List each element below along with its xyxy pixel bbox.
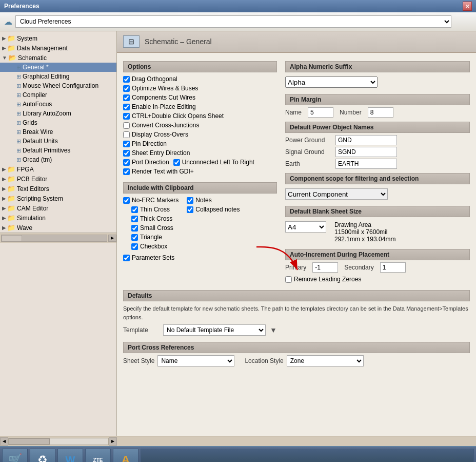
parameter-sets-checkbox[interactable] bbox=[123, 255, 130, 261]
optimize-wires-row: Optimize Wires & Buses bbox=[123, 84, 277, 93]
signal-ground-input[interactable] bbox=[335, 147, 397, 157]
triangle-checkbox[interactable] bbox=[131, 234, 138, 241]
parameter-sets-label: Parameter Sets bbox=[132, 254, 174, 261]
power-ground-input[interactable] bbox=[335, 135, 397, 145]
render-text-checkbox[interactable] bbox=[123, 168, 130, 175]
convert-cross-checkbox[interactable] bbox=[123, 122, 130, 129]
item-icon: ⊞ bbox=[16, 110, 21, 117]
taskbar-btn-shop[interactable]: 🛒 bbox=[2, 449, 28, 462]
thin-cross-checkbox[interactable] bbox=[131, 206, 138, 213]
alpha-suffix-select[interactable]: Alpha Numeric bbox=[285, 76, 378, 88]
sheet-entry-checkbox[interactable] bbox=[123, 150, 130, 157]
primary-input[interactable] bbox=[312, 262, 338, 273]
pin-direction-label: Pin Direction bbox=[132, 140, 167, 147]
signal-ground-row: Signal Ground bbox=[285, 147, 470, 157]
template-row: Template No Default Template File ▼ bbox=[123, 324, 470, 336]
sidebar-item-schematic[interactable]: ▼ 📂 Schematic bbox=[0, 53, 116, 63]
signal-ground-label: Signal Ground bbox=[285, 148, 331, 156]
sidebar-item-graphical-editing[interactable]: ⊞ Graphical Editing bbox=[0, 72, 116, 81]
sidebar-item-fpga[interactable]: ▶ 📁 FPGA bbox=[0, 164, 116, 174]
earth-input[interactable] bbox=[335, 159, 397, 169]
no-erc-row: No-ERC Markers bbox=[123, 196, 179, 205]
sidebar-item-simulation[interactable]: ▶ 📁 Simulation bbox=[0, 213, 116, 223]
no-erc-checkbox[interactable] bbox=[123, 197, 130, 204]
sidebar: ▶ 📁 System ▶ 📁 Data Management ▼ 📂 Schem… bbox=[0, 31, 117, 436]
optimize-wires-checkbox[interactable] bbox=[123, 85, 130, 92]
sidebar-label: AutoFocus bbox=[23, 101, 52, 108]
number-input[interactable] bbox=[368, 107, 393, 118]
scroll-left-btn[interactable]: ◀ bbox=[0, 437, 8, 446]
small-cross-checkbox[interactable] bbox=[131, 225, 138, 232]
defaults-section-title: Defaults bbox=[123, 290, 470, 301]
scroll-right-btn[interactable]: ▶ bbox=[109, 437, 117, 446]
main-two-col: Options Drag Orthogonal Optimize Wires &… bbox=[123, 57, 470, 284]
drag-orthogonal-checkbox[interactable] bbox=[123, 76, 130, 83]
sidebar-item-default-units[interactable]: ⊞ Default Units bbox=[0, 137, 116, 146]
display-crossovers-checkbox[interactable] bbox=[123, 131, 130, 138]
sidebar-item-scripting-system[interactable]: ▶ 📁 Scripting System bbox=[0, 194, 116, 203]
sidebar-item-library-autozoom[interactable]: ⊞ Library AutoZoom bbox=[0, 109, 116, 118]
sidebar-item-general[interactable]: ⊞ General * bbox=[0, 63, 116, 72]
sidebar-label: CAM Editor bbox=[17, 205, 48, 212]
sidebar-item-system[interactable]: ▶ 📁 System bbox=[0, 33, 116, 43]
close-button[interactable]: ✕ bbox=[463, 2, 472, 11]
cloud-preferences-select[interactable]: Cloud Preferences bbox=[15, 15, 451, 28]
sidebar-item-wave[interactable]: ▶ 📁 Wave bbox=[0, 223, 116, 233]
unconnected-checkbox[interactable] bbox=[173, 159, 180, 166]
remove-leading-zeroes-checkbox[interactable] bbox=[285, 276, 292, 283]
unconnected-row: Unconnected Left To Right bbox=[173, 158, 254, 167]
folder-icon: 📁 bbox=[7, 175, 15, 183]
sidebar-item-data-management[interactable]: ▶ 📁 Data Management bbox=[0, 43, 116, 53]
ctrl-double-checkbox[interactable] bbox=[123, 113, 130, 120]
components-cut-label: Components Cut Wires bbox=[132, 94, 195, 101]
template-select[interactable]: No Default Template File bbox=[163, 324, 266, 336]
component-scope-select[interactable]: Current Component All Components bbox=[285, 188, 388, 200]
port-direction-checkbox[interactable] bbox=[123, 159, 130, 166]
scrollbar-thumb[interactable] bbox=[9, 438, 50, 445]
sidebar-label: Graphical Editing bbox=[23, 73, 69, 80]
scrollbar-track[interactable] bbox=[1, 235, 107, 242]
scrollbar-thumb[interactable] bbox=[2, 235, 22, 241]
sidebar-item-pcb-editor[interactable]: ▶ 📁 PCB Editor bbox=[0, 174, 116, 184]
expand-arrow: ▶ bbox=[2, 205, 6, 211]
taskbar-btn-w[interactable]: W bbox=[57, 449, 83, 462]
secondary-input[interactable] bbox=[380, 262, 406, 273]
taskbar-btn-zte[interactable]: ZTE bbox=[85, 449, 111, 462]
scrollbar-track[interactable] bbox=[8, 438, 109, 445]
checkbox-checkbox[interactable] bbox=[131, 243, 138, 250]
sidebar-item-break-wire[interactable]: ⊞ Break Wire bbox=[0, 127, 116, 137]
title-bar: Preferences ✕ bbox=[0, 0, 476, 12]
sheet-size-select[interactable]: A4 A3 A2 Letter bbox=[285, 221, 326, 233]
sidebar-label: General * bbox=[23, 64, 49, 71]
scroll-right-btn[interactable]: ▶ bbox=[108, 235, 116, 242]
sidebar-item-autofocus[interactable]: ⊞ AutoFocus bbox=[0, 100, 116, 109]
cloud-icon: ☁ bbox=[4, 17, 12, 27]
notes-checkbox[interactable] bbox=[187, 197, 193, 204]
sidebar-item-cam-editor[interactable]: ▶ 📁 CAM Editor bbox=[0, 203, 116, 213]
convert-cross-row: Convert Cross-Junctions bbox=[123, 121, 277, 130]
blank-sheet-fields: A4 A3 A2 Letter Drawing Area 11500mil x … bbox=[285, 219, 470, 245]
sidebar-item-mouse-wheel[interactable]: ⊞ Mouse Wheel Configuration bbox=[0, 81, 116, 90]
collapsed-notes-checkbox[interactable] bbox=[187, 206, 193, 213]
schematic-icon: ⊟ bbox=[123, 35, 140, 48]
thick-cross-checkbox[interactable] bbox=[131, 216, 138, 222]
top-dropdown-bar: ☁ Cloud Preferences bbox=[0, 12, 476, 31]
name-input[interactable] bbox=[308, 107, 333, 118]
sidebar-item-default-primitives[interactable]: ⊞ Default Primitives bbox=[0, 146, 116, 155]
components-cut-checkbox[interactable] bbox=[123, 94, 130, 101]
item-icon: ⊞ bbox=[16, 120, 21, 126]
bottom-scrollbar: ◀ ▶ bbox=[0, 436, 476, 446]
sidebar-item-orcad[interactable]: ⊞ Orcad (tm) bbox=[0, 155, 116, 164]
sidebar-item-compiler[interactable]: ⊞ Compiler bbox=[0, 90, 116, 100]
taskbar-btn-recycle[interactable]: ♻ bbox=[30, 449, 55, 462]
template-dropdown-arrow[interactable]: ▼ bbox=[270, 326, 277, 334]
sheet-style-select[interactable]: Name Number bbox=[157, 355, 234, 367]
sidebar-item-text-editors[interactable]: ▶ 📁 Text Editors bbox=[0, 184, 116, 194]
location-style-select[interactable]: Zone Coordinate bbox=[287, 355, 364, 367]
pin-direction-checkbox[interactable] bbox=[123, 141, 130, 147]
enable-inplace-checkbox[interactable] bbox=[123, 104, 130, 110]
sidebar-item-grids[interactable]: ⊞ Grids bbox=[0, 118, 116, 127]
sidebar-scrollbar[interactable]: ▶ bbox=[0, 233, 116, 243]
folder-icon: 📁 bbox=[7, 165, 15, 173]
taskbar-btn-a[interactable]: A bbox=[113, 449, 138, 462]
